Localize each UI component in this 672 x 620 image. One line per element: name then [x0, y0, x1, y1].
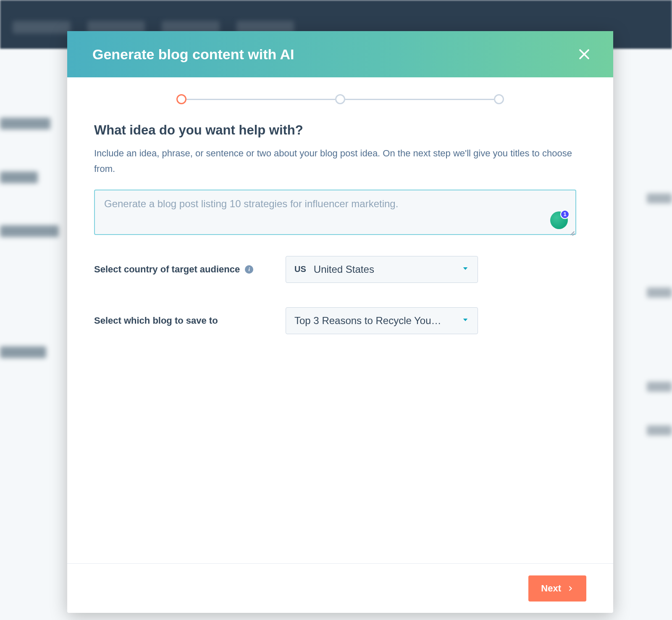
close-button[interactable]: [575, 45, 593, 63]
modal-footer: Next: [67, 563, 613, 613]
blog-label: Select which blog to save to: [94, 315, 286, 326]
country-label: Select country of target audience i: [94, 264, 286, 275]
step-question: What idea do you want help with?: [94, 123, 586, 138]
blog-select[interactable]: Top 3 Reasons to Recycle You…: [286, 307, 478, 334]
background-sidebar: [0, 76, 59, 400]
blog-field: Select which blog to save to Top 3 Reaso…: [94, 307, 586, 334]
close-icon: [578, 48, 591, 61]
background-right: [647, 193, 672, 520]
step-2: [335, 94, 345, 104]
step-hint: Include an idea, phrase, or sentence or …: [94, 145, 586, 177]
country-code: US: [294, 264, 306, 274]
modal-body: What idea do you want help with? Include…: [67, 77, 613, 563]
grammarly-widget[interactable]: 1: [550, 211, 570, 232]
idea-textarea-wrap: 1: [94, 190, 576, 237]
grammarly-badge: 1: [560, 210, 570, 219]
generate-blog-modal: Generate blog content with AI What idea …: [67, 31, 613, 613]
blog-value: Top 3 Reasons to Recycle You…: [294, 315, 462, 327]
modal-header: Generate blog content with AI: [67, 31, 613, 77]
progress-stepper: [176, 94, 504, 104]
blog-label-text: Select which blog to save to: [94, 315, 218, 326]
info-icon[interactable]: i: [245, 265, 253, 274]
country-label-text: Select country of target audience: [94, 264, 240, 275]
textarea-resize-handle[interactable]: [568, 229, 575, 235]
next-button[interactable]: Next: [528, 575, 586, 602]
next-button-label: Next: [541, 583, 561, 594]
step-line: [345, 99, 494, 100]
chevron-down-icon: [462, 265, 469, 274]
country-select[interactable]: US United States: [286, 256, 478, 283]
grammarly-icon: 1: [550, 211, 568, 229]
step-3: [494, 94, 504, 104]
modal-title: Generate blog content with AI: [92, 46, 294, 63]
step-line: [186, 99, 335, 100]
country-value: United States: [314, 264, 462, 275]
idea-input[interactable]: [94, 190, 576, 235]
chevron-right-icon: [567, 585, 574, 592]
chevron-down-icon: [462, 316, 469, 325]
country-field: Select country of target audience i US U…: [94, 256, 586, 283]
step-1: [176, 94, 186, 104]
